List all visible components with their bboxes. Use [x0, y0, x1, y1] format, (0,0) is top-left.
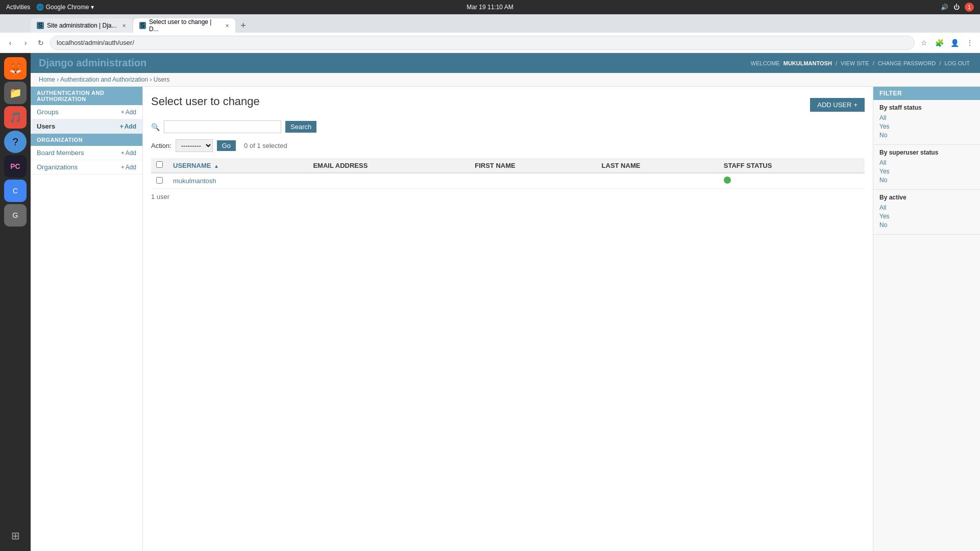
activities-label[interactable]: Activities	[6, 4, 30, 11]
app-layout: 🦊 📁 🎵 ? PC C G ⊞ Django administration W…	[0, 53, 980, 551]
bookmark-icon[interactable]: ☆	[918, 37, 930, 49]
row-username-cell: mukulmantosh	[168, 173, 308, 189]
tab-favicon-2: S	[139, 22, 146, 29]
browser-chrome: S Site administration | Dja... ✕ S Selec…	[0, 14, 980, 53]
title-row: Select user to change ADD USER +	[151, 95, 865, 114]
sidebar-item-board-members[interactable]: Board Members + Add	[31, 146, 142, 160]
add-user-icon: +	[853, 101, 857, 109]
dock-grid-button[interactable]: ⊞	[4, 524, 27, 547]
log-out-link[interactable]: LOG OUT	[944, 60, 970, 66]
select-all-checkbox[interactable]	[156, 161, 163, 168]
main-content: Select user to change ADD USER + 🔍 Searc…	[143, 87, 873, 551]
sidebar-users-add[interactable]: + Add	[120, 123, 136, 130]
new-tab-button[interactable]: +	[236, 18, 251, 33]
tab-label-1: Site administration | Dja...	[47, 22, 117, 29]
search-button[interactable]: Search	[285, 121, 316, 133]
sidebar: Authentication and Authorization Groups …	[31, 87, 143, 551]
extensions-icon[interactable]: 🧩	[933, 37, 945, 49]
action-select[interactable]: ---------	[176, 139, 213, 152]
page-title: Select user to change	[151, 95, 260, 108]
table-row: mukulmantosh	[151, 173, 865, 189]
dock-files[interactable]: 📁	[4, 82, 27, 104]
volume-icon[interactable]: 🔊	[941, 4, 948, 11]
dock-gimp[interactable]: G	[4, 204, 27, 227]
dock-music[interactable]: 🎵	[4, 106, 27, 129]
view-site-link[interactable]: VIEW SITE	[841, 60, 869, 66]
chrome-app-label: 🌐 Google Chrome ▾	[36, 4, 93, 11]
col-username[interactable]: USERNAME ▲	[168, 158, 308, 173]
sidebar-groups-add[interactable]: + Add	[121, 109, 136, 116]
table-body: mukulmantosh	[151, 173, 865, 189]
os-tray: 🔊 ⏻ 1	[941, 3, 974, 12]
breadcrumb-auth[interactable]: Authentication and Authorization	[60, 76, 148, 83]
result-count: 1 user	[151, 193, 865, 201]
breadcrumb-sep2: ›	[150, 76, 154, 83]
notification-badge[interactable]: 1	[965, 3, 974, 12]
filter-active-yes[interactable]: Yes	[879, 213, 974, 220]
add-user-button[interactable]: ADD USER +	[810, 98, 865, 112]
tab-site-admin[interactable]: S Site administration | Dja... ✕	[31, 18, 132, 33]
filter-by-staff-status: By staff status All Yes No	[873, 100, 980, 145]
sidebar-item-users[interactable]: Users + Add	[31, 119, 142, 134]
filter-active-no[interactable]: No	[879, 221, 974, 229]
username-link-mukulmantosh[interactable]: mukulmantosh	[173, 177, 216, 185]
power-icon[interactable]: ⏻	[953, 4, 960, 11]
dock-chrome[interactable]: C	[4, 180, 27, 202]
forward-button[interactable]: ›	[19, 37, 32, 49]
filter-staff-title: By staff status	[879, 104, 974, 111]
filter-superuser-all[interactable]: All	[879, 159, 974, 166]
tab-close-1[interactable]: ✕	[122, 23, 126, 29]
sort-arrow: ▲	[214, 163, 219, 169]
search-bar: 🔍 Search	[151, 120, 865, 133]
row-checkbox[interactable]	[156, 177, 163, 184]
sidebar-board-members-add[interactable]: + Add	[121, 149, 136, 157]
add-user-label: ADD USER	[817, 101, 851, 109]
add-board-icon: +	[121, 149, 125, 157]
reload-button[interactable]: ↻	[35, 37, 47, 49]
tab-label-2: Select user to change | D...	[149, 18, 220, 33]
username-link[interactable]: MUKULMANTOSH	[783, 60, 832, 66]
go-button[interactable]: Go	[217, 140, 236, 151]
breadcrumb: Home › Authentication and Authorization …	[31, 73, 980, 87]
username-sort-link[interactable]: USERNAME ▲	[173, 162, 219, 169]
change-password-link[interactable]: CHANGE PASSWORD	[878, 60, 936, 66]
action-bar: Action: --------- Go 0 of 1 selected	[151, 139, 865, 152]
dock-firefox[interactable]: 🦊	[4, 57, 27, 80]
sidebar-item-organizations[interactable]: Organizations + Add	[31, 160, 142, 174]
django-content: Django administration WELCOME MUKULMANTO…	[31, 53, 980, 551]
filter-superuser-no[interactable]: No	[879, 177, 974, 184]
filter-active-all[interactable]: All	[879, 204, 974, 211]
select-all-header	[151, 158, 168, 173]
filter-superuser-yes[interactable]: Yes	[879, 168, 974, 175]
sidebar-groups-label: Groups	[37, 108, 59, 116]
sidebar-board-members-label: Board Members	[37, 149, 84, 157]
tab-favicon-1: S	[37, 22, 44, 29]
profile-icon[interactable]: 👤	[948, 37, 961, 49]
filter-staff-all[interactable]: All	[879, 114, 974, 121]
tab-close-2[interactable]: ✕	[225, 23, 229, 29]
os-bar-left: Activities 🌐 Google Chrome ▾	[6, 4, 94, 11]
django-title: Django administration	[39, 57, 146, 69]
search-input[interactable]	[164, 120, 281, 133]
dock-pycharm[interactable]: PC	[4, 155, 27, 178]
sidebar-org-header: Organization	[31, 134, 142, 146]
menu-icon[interactable]: ⋮	[964, 37, 976, 49]
dock-help[interactable]: ?	[4, 131, 27, 153]
filter-staff-no[interactable]: No	[879, 132, 974, 139]
row-checkbox-cell	[151, 173, 168, 189]
filter-staff-yes[interactable]: Yes	[879, 123, 974, 130]
tab-select-user[interactable]: S Select user to change | D... ✕	[133, 18, 235, 33]
col-last-name: LAST NAME	[597, 158, 719, 173]
back-button[interactable]: ‹	[4, 37, 16, 49]
breadcrumb-current: Users	[154, 76, 169, 83]
sidebar-organizations-label: Organizations	[37, 163, 78, 171]
row-first-name-cell	[470, 173, 596, 189]
sidebar-item-groups[interactable]: Groups + Add	[31, 105, 142, 119]
users-table: USERNAME ▲ EMAIL ADDRESS FIRST NAME LAST…	[151, 158, 865, 189]
breadcrumb-home[interactable]: Home	[39, 76, 55, 83]
address-bar[interactable]: localhost/admin/auth/user/	[50, 36, 915, 50]
col-first-name: FIRST NAME	[470, 158, 596, 173]
dock: 🦊 📁 🎵 ? PC C G ⊞	[0, 53, 31, 551]
sidebar-organizations-add[interactable]: + Add	[121, 164, 136, 171]
django-header: Django administration WELCOME MUKULMANTO…	[31, 53, 980, 73]
